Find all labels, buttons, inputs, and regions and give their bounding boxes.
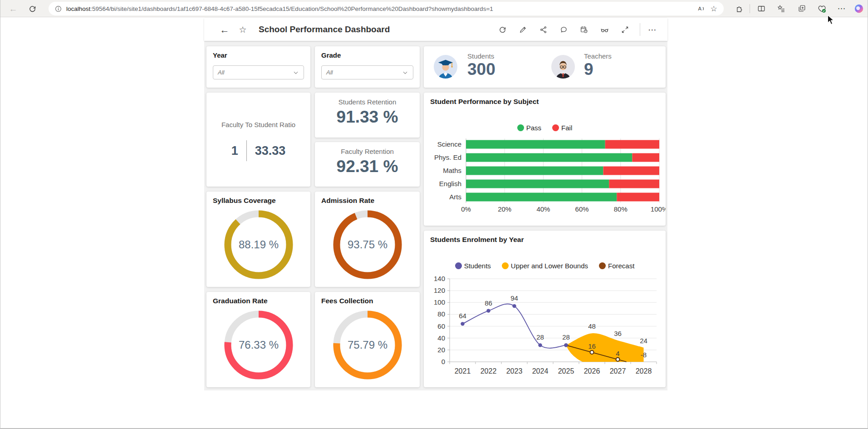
extensions-button[interactable] — [733, 2, 746, 15]
split-screen-button[interactable] — [755, 2, 768, 15]
ratio-divider — [246, 140, 247, 161]
svg-text:2024: 2024 — [532, 367, 549, 375]
svg-text:64: 64 — [459, 312, 466, 320]
year-filter-value: All — [218, 69, 293, 76]
svg-text:-8: -8 — [641, 351, 647, 359]
address-bar[interactable]: localhost:59564/bi/site/site1/dashboards… — [49, 2, 724, 15]
students-retention-value: 91.33 % — [315, 108, 420, 127]
fullscreen-button[interactable] — [617, 22, 633, 37]
favorites-hub-icon — [777, 5, 785, 13]
svg-text:94: 94 — [510, 294, 518, 302]
schedule-icon — [580, 25, 588, 34]
svg-text:88.19 %: 88.19 % — [238, 238, 278, 251]
faculty-retention-label: Faculty Retention — [315, 148, 420, 155]
read-aloud-icon: A — [697, 5, 705, 13]
student-performance-bar-chart[interactable]: SciencePhys. EdMathsEnglishArts0%20%40%6… — [424, 93, 666, 226]
ratio-right-value: 33.33 — [255, 144, 286, 158]
svg-text:86: 86 — [485, 299, 492, 307]
grade-filter-label: Grade — [321, 51, 341, 59]
svg-text:2022: 2022 — [481, 367, 497, 375]
browser-back-button[interactable]: ← — [7, 2, 20, 15]
svg-text:75.79 %: 75.79 % — [347, 339, 387, 351]
grade-filter-value: All — [326, 69, 402, 76]
browser-refresh-button[interactable] — [26, 2, 39, 15]
ratio-left-value: 1 — [231, 144, 238, 158]
share-dashboard-button[interactable] — [535, 22, 551, 37]
student-avatar — [434, 55, 457, 79]
svg-text:20%: 20% — [498, 205, 511, 213]
copilot-icon — [854, 4, 864, 14]
graduation-rate-gauge[interactable]: 76.33 % — [221, 307, 297, 385]
svg-text:100%: 100% — [651, 205, 666, 213]
admission-rate-gauge[interactable]: 93.75 % — [329, 207, 406, 285]
svg-text:2021: 2021 — [455, 367, 471, 375]
site-info-icon[interactable] — [55, 5, 62, 12]
fees-collection-gauge[interactable]: 75.79 % — [329, 307, 406, 385]
split-screen-icon — [757, 5, 765, 13]
svg-text:60%: 60% — [575, 205, 589, 213]
refresh-icon — [499, 26, 506, 34]
faculty-retention-card: Faculty Retention 92.31 % — [315, 142, 420, 187]
svg-text:120: 120 — [434, 286, 445, 294]
svg-text:Maths: Maths — [443, 167, 461, 174]
students-kpi-value: 300 — [467, 60, 495, 79]
expand-icon — [621, 26, 629, 34]
url-text: localhost:59564/bi/site/site1/dashboards… — [66, 5, 493, 12]
refresh-icon — [29, 5, 36, 13]
svg-text:76.33 %: 76.33 % — [238, 339, 278, 351]
comment-icon — [560, 26, 568, 34]
svg-text:2023: 2023 — [506, 367, 523, 375]
more-options-button[interactable]: ⋯ — [645, 22, 660, 37]
svg-text:20: 20 — [437, 346, 445, 354]
star-icon: ☆ — [710, 5, 717, 13]
syllabus-coverage-gauge[interactable]: 88.19 % — [221, 207, 297, 285]
copilot-button[interactable] — [853, 2, 865, 15]
share-icon — [539, 26, 547, 34]
schedule-export-button[interactable] — [576, 22, 592, 37]
gauge-title: Admission Rate — [321, 197, 374, 205]
ellipsis-icon: ⋯ — [838, 5, 846, 13]
back-arrow-icon: ← — [9, 5, 18, 13]
teachers-kpi-value: 9 — [584, 60, 593, 79]
favorites-button[interactable] — [775, 2, 788, 15]
teachers-kpi-label: Teachers — [584, 52, 612, 60]
faculty-student-ratio-card: Faculty To Student Ratio 1 33.33 — [206, 93, 310, 187]
svg-text:2025: 2025 — [558, 367, 574, 375]
svg-text:Phys. Ed: Phys. Ed — [434, 153, 461, 161]
admission-rate-card: Admission Rate 93.75 % — [315, 192, 420, 287]
svg-text:2026: 2026 — [584, 367, 600, 375]
browser-essentials-button[interactable] — [815, 2, 828, 15]
refresh-dashboard-button[interactable] — [495, 22, 510, 37]
glasses-icon — [600, 25, 609, 34]
view-mode-button[interactable] — [597, 22, 612, 37]
svg-text:24: 24 — [640, 337, 647, 345]
svg-text:2028: 2028 — [636, 367, 652, 375]
svg-text:Science: Science — [437, 140, 461, 148]
svg-text:16: 16 — [588, 342, 596, 350]
puzzle-icon — [736, 5, 744, 13]
svg-text:0: 0 — [441, 358, 445, 365]
teacher-avatar — [551, 55, 575, 79]
browser-settings-button[interactable]: ⋯ — [835, 2, 848, 15]
dashboard-title: School Performance Dashboard — [259, 25, 390, 35]
students-enrolment-line-chart[interactable]: 0204060801001201402021202220232024202520… — [424, 231, 666, 387]
favorite-this-page-button[interactable]: ☆ — [707, 2, 720, 15]
edit-dashboard-button[interactable] — [515, 22, 530, 37]
syllabus-coverage-card: Syllabus Coverage 88.19 % — [206, 192, 310, 287]
svg-text:48: 48 — [588, 322, 596, 330]
read-aloud-button[interactable]: A — [695, 2, 707, 15]
ellipsis-icon: ⋯ — [648, 25, 657, 34]
svg-text:Arts: Arts — [449, 193, 461, 201]
students-retention-label: Students Retention — [315, 98, 420, 106]
svg-text:80%: 80% — [614, 205, 628, 213]
students-retention-card: Students Retention 91.33 % — [315, 93, 420, 138]
svg-text:60: 60 — [437, 322, 445, 330]
browser-window: ← localhost:59564/bi/site/site1/dashboar… — [0, 0, 868, 429]
comments-button[interactable] — [556, 22, 571, 37]
dashboard-favorite-button[interactable]: ☆ — [235, 22, 250, 37]
year-filter-dropdown[interactable]: All — [213, 65, 304, 79]
dashboard-back-button[interactable]: ← — [217, 22, 232, 37]
collections-button[interactable] — [795, 2, 808, 15]
svg-text:4: 4 — [616, 350, 619, 357]
grade-filter-dropdown[interactable]: All — [321, 65, 413, 79]
